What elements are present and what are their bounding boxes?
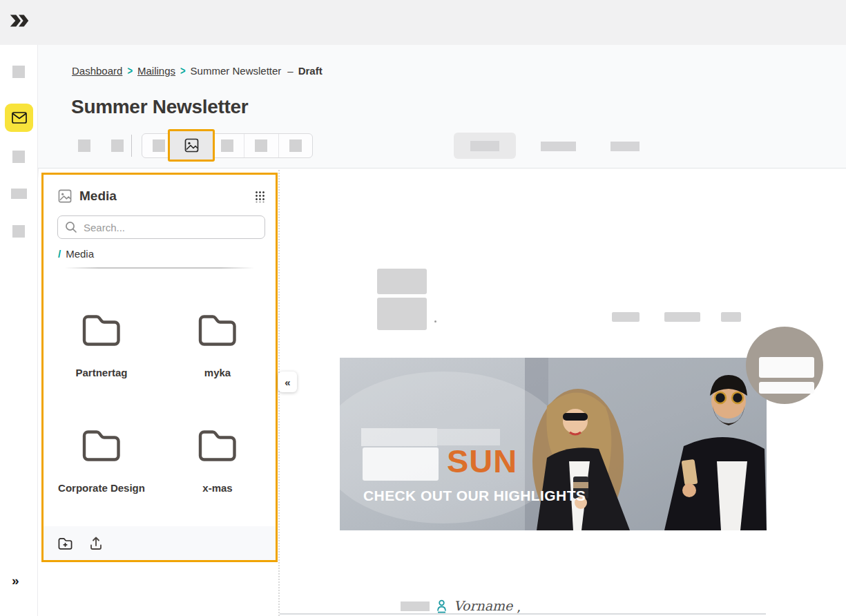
brand-logo-icon: [8, 10, 31, 31]
widget-placeholder-2: [759, 382, 814, 394]
folder-label: Corporate Design: [58, 482, 145, 494]
newsletter-nav-placeholder-2[interactable]: [664, 312, 700, 322]
toolbar-button-1[interactable]: [78, 139, 90, 152]
toolbar-button-2[interactable]: [111, 139, 124, 152]
newsletter-logo-placeholder-2[interactable]: [377, 298, 427, 330]
block-type-button-4[interactable]: [244, 134, 278, 157]
block-type-placeholder: [289, 139, 302, 152]
greeting-comma: ,: [517, 599, 521, 614]
folder-plus-icon: [58, 537, 73, 550]
media-search-input[interactable]: [84, 222, 258, 233]
page-header: Dashboard > Mailings > Summer Newsletter…: [38, 45, 846, 168]
drag-handle-icon[interactable]: [255, 190, 265, 202]
widget-placeholder-1: [759, 357, 814, 378]
folder-item-x-mas[interactable]: x-mas: [160, 428, 276, 494]
sidebar-item-mailings-active[interactable]: [5, 104, 33, 132]
folder-item-corporate-design[interactable]: Corporate Design: [44, 428, 160, 494]
newsletter-logo-placeholder-1[interactable]: [377, 269, 427, 294]
sidebar-expand-button[interactable]: »: [12, 573, 19, 588]
greeting-text-placeholder: [401, 601, 430, 611]
folder-label: myka: [204, 367, 231, 378]
breadcrumb-current: Summer Newsletter: [191, 65, 282, 77]
breadcrumb-dash: –: [287, 65, 293, 77]
folder-icon: [197, 428, 238, 461]
hero-image-block[interactable]: SUN CHECK OUT OUR HIGHLIGHTS: [340, 358, 767, 530]
person-icon: [436, 599, 448, 613]
toolbar-link-placeholder-2[interactable]: [611, 142, 640, 151]
folder-grid: Partnertag myka Corporate Design x-mas: [44, 313, 276, 494]
newsletter-nav-placeholder-3[interactable]: [721, 312, 741, 322]
folder-label: Partnertag: [75, 367, 127, 378]
app-sidebar: »: [0, 45, 38, 616]
panel-collapse-button[interactable]: «: [278, 372, 297, 392]
panel-dock-divider: [278, 170, 280, 616]
page-title: Summer Newsletter: [71, 96, 248, 118]
hero-text-placeholder-3: [363, 447, 439, 481]
folder-icon: [197, 313, 238, 346]
block-type-button-3[interactable]: [210, 134, 244, 157]
scroll-shadow: [64, 267, 255, 269]
status-badge-draft: Draft: [298, 65, 323, 77]
block-type-placeholder: [255, 139, 267, 152]
toolbar-action-label-placeholder: [470, 141, 499, 151]
block-type-button-5[interactable]: [278, 134, 312, 157]
breadcrumb: Dashboard > Mailings > Summer Newsletter…: [72, 65, 323, 77]
floating-widget-button[interactable]: [746, 327, 823, 404]
toolbar-divider: [131, 135, 132, 157]
top-bar: [0, 0, 846, 45]
block-type-placeholder: [153, 139, 165, 152]
folder-item-partnertag[interactable]: Partnertag: [44, 313, 160, 378]
personalization-field-vorname[interactable]: Vorname: [454, 599, 512, 615]
search-icon: [65, 221, 77, 233]
chevron-right-icon: >: [127, 64, 133, 77]
image-icon: [58, 189, 72, 203]
hero-text-placeholder-1: [361, 428, 437, 446]
new-folder-button[interactable]: [57, 536, 73, 551]
folder-label: x-mas: [202, 482, 232, 494]
media-search: [57, 215, 265, 239]
newsletter-nav-placeholder-1[interactable]: [612, 312, 640, 322]
upload-icon: [89, 536, 103, 550]
media-panel-title: Media: [79, 189, 117, 204]
media-panel-footer: [44, 526, 276, 560]
hero-subheadline: CHECK OUT OUR HIGHLIGHTS: [363, 488, 586, 504]
newsletter-text-dot: [434, 320, 436, 323]
hero-headline: SUN: [447, 443, 517, 479]
image-icon: [184, 138, 199, 153]
path-root-slash[interactable]: /: [58, 248, 61, 260]
envelope-icon: [12, 112, 27, 124]
media-tool-button-active[interactable]: [168, 129, 215, 162]
block-divider-line: [280, 613, 766, 615]
sidebar-item-2[interactable]: [12, 151, 25, 163]
block-type-placeholder: [221, 139, 233, 152]
chevron-right-icon: >: [180, 64, 186, 77]
media-panel-header: Media: [44, 175, 276, 204]
breadcrumb-mailings-link[interactable]: Mailings: [137, 65, 175, 77]
path-current-folder: Media: [66, 248, 94, 260]
sidebar-item-4[interactable]: [12, 225, 25, 238]
upload-button[interactable]: [88, 536, 104, 551]
folder-item-myka[interactable]: myka: [160, 313, 276, 378]
media-panel: Media / Media Partnertag myka: [41, 173, 278, 562]
sidebar-item-1[interactable]: [12, 66, 25, 78]
media-path: / Media: [58, 248, 261, 260]
folder-icon: [81, 428, 122, 461]
breadcrumb-dashboard-link[interactable]: Dashboard: [72, 65, 122, 77]
folder-icon: [81, 313, 122, 346]
toolbar-link-placeholder-1[interactable]: [541, 142, 576, 151]
sidebar-item-3[interactable]: [11, 189, 27, 199]
